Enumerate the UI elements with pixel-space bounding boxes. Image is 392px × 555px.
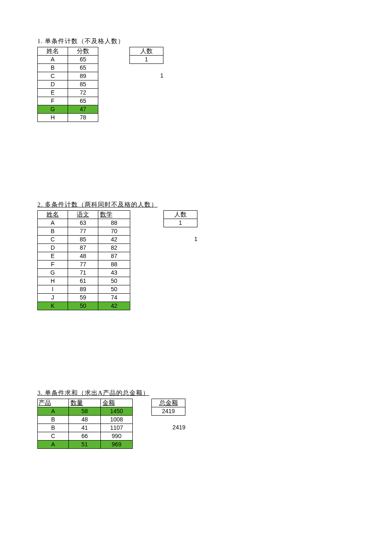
col-score: 分数 (68, 47, 98, 56)
table-row: I8950 (38, 285, 130, 294)
cell-math: 82 (98, 244, 130, 252)
table-row: A65 (38, 56, 98, 64)
table-row: J5974 (38, 294, 130, 302)
table-row: H6150 (38, 277, 130, 285)
section-3-title: 3. 单条件求和（求出A产品的总金额） (37, 389, 369, 397)
cell-score: 65 (68, 56, 98, 64)
table-row: A6388 (38, 219, 130, 227)
section-2-result-table: 人数 1 (163, 210, 197, 227)
cell-amount: 1008 (101, 416, 133, 424)
cell-score: 47 (68, 105, 98, 114)
table-row: K5042 (38, 302, 130, 310)
cell-product: B (38, 416, 69, 424)
section-1-below-value: 1 (129, 72, 166, 79)
cell-chinese: 77 (68, 227, 98, 236)
cell-qty: 48 (69, 416, 101, 424)
cell-name: E (38, 252, 68, 260)
cell-chinese: 59 (68, 294, 98, 302)
result-value: 1 (164, 219, 197, 227)
cell-qty: 58 (69, 407, 101, 416)
cell-chinese: 87 (68, 244, 98, 252)
section-2-below-value: 1 (163, 236, 200, 242)
cell-product: C (38, 432, 69, 441)
table-row: G47 (38, 105, 98, 114)
cell-score: 89 (68, 72, 98, 80)
cell-name: I (38, 285, 68, 294)
cell-chinese: 48 (68, 252, 98, 260)
table-row: B65 (38, 64, 98, 72)
cell-name: F (38, 260, 68, 269)
cell-qty: 41 (69, 424, 101, 432)
table-row: F7788 (38, 260, 130, 269)
cell-chinese: 63 (68, 219, 98, 227)
table-row: C89 (38, 72, 98, 80)
table-row: B481008 (38, 416, 133, 424)
cell-math: 70 (98, 227, 130, 236)
col-name: 姓名 (38, 211, 68, 219)
cell-name: C (38, 236, 68, 244)
cell-chinese: 77 (68, 260, 98, 269)
section-2-table: 姓名 语文 数学 A6388B7770C8542D8782E4887F7788G… (37, 210, 130, 310)
cell-qty: 66 (69, 432, 101, 441)
table-row: A581450 (38, 407, 133, 416)
cell-qty: 51 (69, 441, 101, 449)
cell-amount: 969 (101, 441, 133, 449)
section-3-below-value: 2419 (151, 424, 188, 431)
result-header: 人数 (164, 211, 197, 219)
cell-name: C (38, 72, 68, 80)
cell-math: 50 (98, 277, 130, 285)
cell-math: 88 (98, 260, 130, 269)
cell-name: G (38, 105, 68, 114)
cell-math: 42 (98, 302, 130, 310)
cell-name: K (38, 302, 68, 310)
table-row: C8542 (38, 236, 130, 244)
cell-chinese: 50 (68, 302, 98, 310)
cell-name: A (38, 219, 68, 227)
section-1-title: 1. 单条件计数（不及格人数） (37, 37, 369, 45)
table-row: H78 (38, 114, 98, 122)
col-name: 姓名 (38, 47, 68, 56)
cell-name: J (38, 294, 68, 302)
cell-amount: 1450 (101, 407, 133, 416)
col-chinese: 语文 (68, 211, 98, 219)
col-math: 数学 (98, 211, 130, 219)
table-row: C66990 (38, 432, 133, 441)
table-row: D8782 (38, 244, 130, 252)
result-value: 2419 (152, 407, 185, 416)
cell-math: 42 (98, 236, 130, 244)
cell-amount: 1107 (101, 424, 133, 432)
cell-name: B (38, 227, 68, 236)
cell-score: 78 (68, 114, 98, 122)
section-1-table: 姓名 分数 A65B65C89D85E72F65G47H78 (37, 47, 98, 122)
cell-product: A (38, 441, 69, 449)
cell-product: A (38, 407, 69, 416)
cell-math: 50 (98, 285, 130, 294)
cell-score: 65 (68, 64, 98, 72)
cell-name: D (38, 244, 68, 252)
table-row: F65 (38, 97, 98, 105)
section-2: 2. 多条件计数（两科同时不及格的人数） 姓名 语文 数学 A6388B7770… (37, 201, 369, 310)
cell-name: F (38, 97, 68, 105)
cell-score: 85 (68, 80, 98, 89)
cell-math: 74 (98, 294, 130, 302)
cell-math: 87 (98, 252, 130, 260)
cell-name: D (38, 80, 68, 89)
cell-chinese: 89 (68, 285, 98, 294)
section-3-result-table: 总金额 2419 (151, 399, 185, 416)
section-1: 1. 单条件计数（不及格人数） 姓名 分数 A65B65C89D85E72F65… (37, 37, 369, 122)
cell-chinese: 71 (68, 269, 98, 277)
cell-score: 65 (68, 97, 98, 105)
section-3: 3. 单条件求和（求出A产品的总金额） 产品 数量 金额 A581450B481… (37, 389, 369, 449)
table-header-row: 产品 数量 金额 (38, 399, 133, 407)
table-row: B7770 (38, 227, 130, 236)
section-1-result-table: 人数 1 (129, 47, 163, 64)
table-row: E72 (38, 89, 98, 97)
cell-name: G (38, 269, 68, 277)
cell-name: A (38, 56, 68, 64)
cell-name: H (38, 277, 68, 285)
cell-name: H (38, 114, 68, 122)
table-row: A51969 (38, 441, 133, 449)
cell-product: B (38, 424, 69, 432)
cell-math: 88 (98, 219, 130, 227)
section-3-table: 产品 数量 金额 A581450B481008B411107C66990A519… (37, 399, 133, 449)
